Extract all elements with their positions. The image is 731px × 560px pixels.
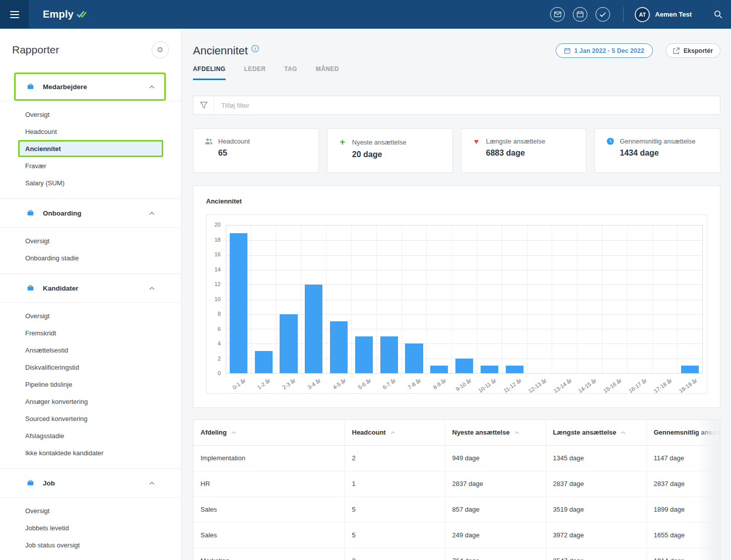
user-menu[interactable]: AT Aemen Test [635,7,692,22]
sidebar-item-oversigt[interactable]: Oversigt [18,307,163,324]
bar-plot [226,225,703,374]
x-tick-label: 1-2 år [256,377,272,390]
sidebar-item-frav-r[interactable]: Fravær [18,157,163,174]
plot-column [352,226,377,373]
mail-icon[interactable] [550,7,565,22]
sidebar-item-afslagsstadie[interactable]: Afslagsstadie [18,427,163,444]
x-tick-label: 14-15 år [577,377,597,394]
section-header-kandidater[interactable]: Kandidater [14,274,166,302]
calendar-icon[interactable] [573,7,587,22]
table-cell: 3519 dage [546,497,646,522]
tabs: AFDELINGLEDERTAGMÅNED [193,65,720,80]
export-icon [673,47,680,54]
section-items: OversigtHeadcountAnciennitetFraværSalary… [0,101,181,198]
stat-label: Nyeste ansættelse [352,138,407,146]
sidebar-item-job-status-oversigt[interactable]: Job status oversigt [18,536,163,553]
sidebar-section-kandidater: KandidaterOversigtFremskridtAnsættelsest… [0,274,181,469]
filter-input[interactable] [214,102,720,109]
sidebar-item-fremskridt[interactable]: Fremskridt [18,324,163,341]
bar-11-12-r [506,366,523,373]
section-items: OversigtOnboarding stadie [0,227,181,273]
bar-0-1-r [230,233,247,373]
sidebar-section-onboarding: OnboardingOversigtOnboarding stadie [0,199,181,274]
x-tick-label: 10-11 år [477,377,497,394]
y-tick-label: 16 [215,251,221,257]
x-tick-label: 4-5 år [331,377,347,390]
section-label: Kandidater [43,285,149,292]
menu-icon[interactable] [0,0,29,29]
bar-4-5-r [330,321,348,373]
sidebar-item-sourced-konvertering[interactable]: Sourced konvertering [18,410,163,427]
stat-value: 1434 dage [620,149,710,158]
table-row: Marketing3764 dage3547 dage1914 dage [193,548,720,560]
sidebar-item-oversigt[interactable]: Oversigt [18,232,163,249]
chevron-up-icon [149,287,155,290]
department-table-card: AfdelingHeadcountNyeste ansættelseLængst… [193,419,720,560]
table-cell: 5 [345,497,445,522]
column-header-afdeling[interactable]: Afdeling [193,420,345,445]
sidebar-item-oversigt[interactable]: Oversigt [18,502,163,519]
sidebar-item-gdpr-oversigt[interactable]: GDPR oversigt [18,553,163,560]
table-cell: 5 [345,522,445,548]
section-header-job[interactable]: Job [14,469,166,497]
section-header-medarbejdere[interactable]: Medarbejdere [14,73,166,101]
tab-tag[interactable]: TAG [284,65,297,80]
export-button[interactable]: Eksportér [666,43,720,58]
date-range-button[interactable]: 1 Jan 2022 - 5 Dec 2022 [556,43,653,58]
info-icon[interactable]: i [251,45,259,52]
sidebar-item-diskvalificeringstid[interactable]: Diskvalificeringstid [18,359,163,376]
check-icon[interactable] [595,7,610,22]
sidebar-item-ans-ttelsestid[interactable]: Ansættelsestid [18,341,163,359]
plus-icon: + [337,137,348,147]
export-label: Eksportér [684,47,713,54]
navbar-actions: AT Aemen Test [542,0,731,29]
table-cell: 1345 dage [546,445,646,471]
bar-2-3-r [280,314,297,373]
sidebar-item-pipeline-tidslinje[interactable]: Pipeline tidslinje [18,376,163,393]
sidebar-item-ikke-kontaktede-kandidater[interactable]: Ikke kontaktede kandidater [18,444,163,461]
column-header-headcount[interactable]: Headcount [345,420,445,445]
column-label: Nyeste ansættelse [452,429,510,436]
tab-m-ned[interactable]: MÅNED [316,65,339,80]
plot-column [678,226,702,373]
gear-icon[interactable]: ⚙ [152,41,169,58]
emply-check-icon [76,10,87,19]
column-label: Længste ansættelse [553,429,617,436]
table-cell: Sales [193,497,345,522]
section-header-onboarding[interactable]: Onboarding [14,199,166,227]
plot-column [427,226,452,373]
column-header-gennemsnitlig-ans-ttelse[interactable]: Gennemsnitlig ansættelse [646,420,720,445]
filter-bar [193,96,720,115]
sidebar-item-salary-sum[interactable]: Salary (SUM) [18,174,163,191]
sidebar: Rapporter ⚙ MedarbejdereOversigtHeadcoun… [0,29,181,560]
column-label: Gennemsnitlig ansættelse [654,429,721,436]
column-header-l-ngste-ans-ttelse[interactable]: Længste ansættelse [546,420,646,445]
y-tick-label: 0 [218,370,221,376]
x-tick-label: 8-9 år [432,377,447,390]
plot-column [527,226,553,373]
search-icon[interactable] [705,0,731,29]
tab-afdeling[interactable]: AFDELING [193,65,226,80]
plot-column [653,226,678,373]
sidebar-item-headcount[interactable]: Headcount [18,123,163,140]
top-navbar: Emply AT Aemen Test [0,0,731,29]
column-label: Headcount [352,429,386,436]
tab-leder[interactable]: LEDER [244,65,266,80]
sidebar-item-oversigt[interactable]: Oversigt [18,106,163,123]
y-tick-label: 20 [215,222,221,228]
chart-card: Anciennitet 02468101214161820 0-1 år1-2 … [193,185,720,408]
bar-5-6-r [355,336,373,373]
sidebar-sections: MedarbejdereOversigtHeadcountAnciennitet… [0,73,181,560]
stat-value: 6883 dage [486,149,577,158]
sidebar-item-anciennitet[interactable]: Anciennitet [18,140,163,157]
y-tick-label: 10 [215,296,221,302]
column-header-nyeste-ans-ttelse[interactable]: Nyeste ansættelse [445,420,546,445]
bar-3-4-r [305,285,322,373]
table-header-row: AfdelingHeadcountNyeste ansættelseLængst… [193,420,720,445]
table-cell: Implementation [193,445,345,471]
sidebar-item-jobbets-levetid[interactable]: Jobbets levetid [18,519,163,536]
brand-logo[interactable]: Emply [43,9,87,20]
y-tick-label: 12 [215,281,221,287]
sidebar-item-ans-ger-konvertering[interactable]: Ansøger konvertering [18,393,163,410]
sidebar-item-onboarding-stadie[interactable]: Onboarding stadie [18,249,163,266]
